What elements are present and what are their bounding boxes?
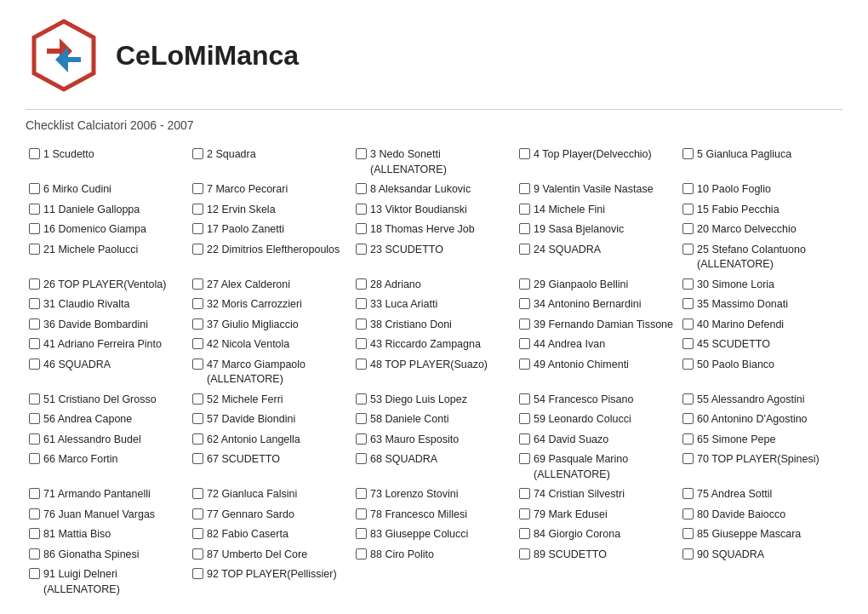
- checkbox[interactable]: [356, 508, 367, 519]
- checkbox[interactable]: [682, 393, 694, 405]
- checkbox[interactable]: [29, 183, 40, 194]
- checkbox[interactable]: [29, 148, 40, 159]
- checkbox[interactable]: [356, 244, 367, 255]
- checkbox[interactable]: [519, 338, 530, 349]
- checkbox[interactable]: [519, 453, 530, 464]
- checkbox[interactable]: [192, 244, 203, 255]
- checkbox[interactable]: [356, 338, 367, 349]
- checkbox[interactable]: [519, 359, 530, 370]
- checkbox[interactable]: [519, 223, 530, 234]
- checkbox[interactable]: [192, 453, 203, 464]
- item-label: 9 Valentin Vasile Nastase: [534, 182, 676, 198]
- checkbox[interactable]: [682, 148, 694, 159]
- checkbox[interactable]: [192, 278, 203, 290]
- checkbox[interactable]: [519, 508, 530, 519]
- checkbox[interactable]: [356, 548, 367, 559]
- checkbox[interactable]: [192, 223, 203, 234]
- checkbox[interactable]: [29, 568, 40, 579]
- item-label: 26 TOP PLAYER(Ventola): [43, 278, 186, 293]
- checkbox[interactable]: [682, 548, 694, 559]
- checkbox[interactable]: [519, 548, 530, 559]
- checkbox[interactable]: [519, 183, 530, 194]
- checkbox[interactable]: [29, 298, 40, 309]
- checkbox[interactable]: [519, 433, 530, 445]
- checkbox[interactable]: [519, 298, 530, 309]
- checkbox[interactable]: [29, 508, 40, 519]
- checkbox[interactable]: [29, 413, 40, 424]
- item-label: 70 TOP PLAYER(Spinesi): [697, 452, 839, 468]
- checkbox[interactable]: [682, 183, 694, 194]
- checkbox[interactable]: [356, 223, 367, 234]
- checkbox[interactable]: [356, 204, 367, 215]
- checkbox[interactable]: [682, 488, 694, 499]
- checkbox[interactable]: [682, 453, 694, 464]
- list-item: 30 Simone Loria: [679, 276, 842, 295]
- checkbox[interactable]: [192, 338, 203, 349]
- checkbox[interactable]: [356, 413, 367, 424]
- checkbox[interactable]: [192, 393, 203, 405]
- checkbox[interactable]: [29, 393, 40, 405]
- checkbox[interactable]: [29, 204, 40, 215]
- checkbox[interactable]: [29, 488, 40, 499]
- checkbox[interactable]: [356, 488, 367, 499]
- checkbox[interactable]: [192, 528, 203, 539]
- checkbox[interactable]: [682, 338, 694, 349]
- checkbox[interactable]: [682, 528, 694, 539]
- checkbox[interactable]: [682, 318, 694, 330]
- checkbox[interactable]: [29, 278, 40, 290]
- checkbox[interactable]: [29, 453, 40, 464]
- checkbox[interactable]: [356, 359, 367, 370]
- checkbox[interactable]: [682, 244, 694, 255]
- checkbox[interactable]: [192, 298, 203, 309]
- checkbox[interactable]: [519, 244, 530, 255]
- checkbox[interactable]: [519, 318, 530, 330]
- checkbox[interactable]: [519, 204, 530, 215]
- checkbox[interactable]: [682, 298, 694, 309]
- checkbox[interactable]: [356, 433, 367, 445]
- item-label: 29 Gianpaolo Bellini: [534, 278, 676, 293]
- list-item: 85 Giuseppe Mascara: [679, 525, 842, 544]
- checkbox[interactable]: [519, 278, 530, 290]
- checkbox[interactable]: [192, 508, 203, 519]
- checkbox[interactable]: [192, 568, 203, 579]
- checkbox[interactable]: [192, 548, 203, 559]
- checkbox[interactable]: [192, 413, 203, 424]
- checkbox[interactable]: [29, 528, 40, 539]
- checkbox[interactable]: [29, 223, 40, 234]
- item-label: 73 Lorenzo Stovini: [370, 487, 512, 502]
- checkbox[interactable]: [682, 413, 694, 424]
- checkbox[interactable]: [519, 148, 530, 159]
- checkbox[interactable]: [682, 508, 694, 519]
- checkbox[interactable]: [29, 338, 40, 349]
- checkbox[interactable]: [519, 488, 530, 499]
- checkbox[interactable]: [682, 359, 694, 370]
- checkbox[interactable]: [192, 204, 203, 215]
- checkbox[interactable]: [192, 183, 203, 194]
- checkbox[interactable]: [192, 318, 203, 330]
- checkbox[interactable]: [682, 223, 694, 234]
- checkbox[interactable]: [192, 359, 203, 370]
- checkbox[interactable]: [356, 298, 367, 309]
- checkbox[interactable]: [192, 488, 203, 499]
- checkbox[interactable]: [29, 244, 40, 255]
- checkbox[interactable]: [29, 318, 40, 330]
- checkbox[interactable]: [519, 413, 530, 424]
- checkbox[interactable]: [519, 528, 530, 539]
- checkbox[interactable]: [356, 528, 367, 539]
- checkbox[interactable]: [682, 204, 694, 215]
- checkbox[interactable]: [356, 148, 367, 159]
- checkbox[interactable]: [356, 278, 367, 290]
- checkbox[interactable]: [192, 433, 203, 445]
- checkbox[interactable]: [682, 278, 694, 290]
- checkbox[interactable]: [356, 453, 367, 464]
- checkbox[interactable]: [682, 433, 694, 445]
- checkbox[interactable]: [29, 548, 40, 559]
- checkbox[interactable]: [356, 183, 367, 194]
- checkbox[interactable]: [192, 148, 203, 159]
- checkbox[interactable]: [356, 318, 367, 330]
- checkbox[interactable]: [29, 359, 40, 370]
- checkbox[interactable]: [29, 433, 40, 445]
- checkbox[interactable]: [356, 393, 367, 405]
- list-item: 84 Giorgio Corona: [516, 525, 679, 544]
- checkbox[interactable]: [519, 393, 530, 405]
